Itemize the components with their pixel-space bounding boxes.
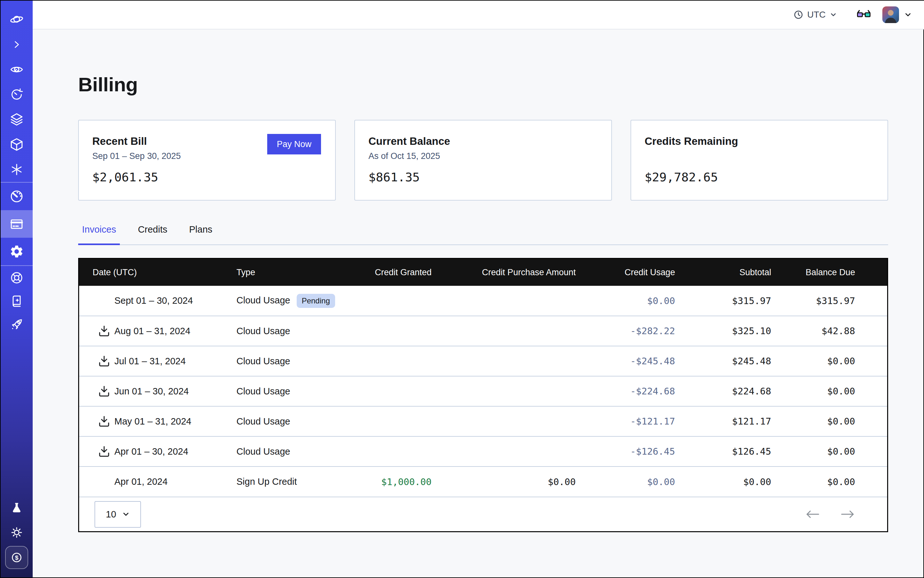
download-invoice-button[interactable] (97, 444, 111, 458)
credit-card-icon[interactable] (1, 210, 32, 238)
timezone-dropdown[interactable]: UTC (794, 10, 837, 20)
flask-icon[interactable] (1, 496, 32, 520)
credits-remaining-amount: $29,782.65 (645, 170, 874, 184)
cell-date: May 01 – 31, 2024 (79, 406, 236, 437)
cell-subtotal: $0.00 (691, 466, 787, 497)
invoice-date: May 01 – 31, 2024 (114, 416, 191, 427)
cell-type: Cloud Usage (236, 437, 358, 466)
cell-date: Aug 01 – 31, 2024 (79, 316, 236, 346)
cell-credit-purchase (448, 316, 592, 346)
user-menu-chevron-down-icon[interactable] (904, 11, 912, 19)
avatar[interactable] (882, 6, 899, 23)
cube-icon[interactable] (1, 132, 32, 157)
asterisk-icon[interactable] (1, 157, 32, 182)
cell-balance-due: $0.00 (787, 346, 887, 376)
cell-credit-purchase (448, 376, 592, 406)
cell-credit-granted (358, 316, 448, 346)
cell-date: Apr 01 – 30, 2024 (79, 437, 236, 466)
cell-credit-purchase (448, 346, 592, 376)
cell-type: Cloud Usage (236, 316, 358, 346)
planet-logo-icon[interactable] (1, 7, 32, 32)
column-header: Balance Due (787, 259, 887, 286)
cell-credit-usage: $0.00 (592, 466, 691, 497)
sidebar-section-top (1, 1, 32, 182)
download-invoice-button[interactable] (97, 354, 111, 368)
invoice-date: Jun 01 – 30, 2024 (114, 386, 189, 397)
tab-plans[interactable]: Plans (185, 224, 216, 244)
sidebar-section-bottom: $ (1, 496, 32, 577)
page-title: Billing (78, 74, 888, 95)
glasses-icon[interactable] (857, 10, 871, 19)
summary-cards: Recent Bill Sep 01 – Sep 30, 2025 $2,061… (78, 120, 888, 201)
cell-type: Cloud Usage (236, 346, 358, 376)
main-area: UTC Billing Recent Bill Sep 01 – Sep 30, (32, 1, 924, 577)
cell-balance-due: $42.88 (787, 316, 887, 346)
book-icon[interactable] (1, 289, 32, 313)
cell-subtotal: $245.48 (691, 346, 787, 376)
dollar-badge-icon[interactable]: $ (5, 546, 28, 569)
previous-page-button[interactable] (805, 510, 820, 519)
cell-date: Jul 01 – 31, 2024 (79, 346, 236, 376)
cell-subtotal: $325.10 (691, 316, 787, 346)
cell-type: Sign Up Credit (236, 466, 358, 497)
cell-balance-due: $0.00 (787, 466, 887, 497)
chevron-down-icon (830, 11, 837, 18)
eye-icon[interactable] (1, 57, 32, 82)
cell-type: Cloud Usage (236, 406, 358, 437)
sidebar: $ (1, 1, 32, 577)
download-invoice-button[interactable] (97, 324, 111, 338)
cell-balance-due: $315.97 (787, 286, 887, 316)
gear-icon[interactable] (1, 238, 32, 265)
cell-date: Apr 01, 2024 (79, 466, 236, 497)
invoices-table: Date (UTC)TypeCredit GrantedCredit Purch… (78, 258, 888, 532)
invoice-type: Sign Up Credit (236, 476, 297, 487)
cell-credit-granted (358, 437, 448, 466)
status-badge: Pending (297, 294, 335, 308)
gauge-icon[interactable] (1, 183, 32, 210)
lifebuoy-icon[interactable] (1, 266, 32, 289)
sidebar-section-help (1, 265, 32, 336)
cell-credit-usage: -$126.45 (592, 437, 691, 466)
tab-invoices[interactable]: Invoices (78, 224, 120, 244)
table-row: Aug 01 – 31, 2024Cloud Usage-$282.22$325… (79, 316, 887, 346)
layers-icon[interactable] (1, 107, 32, 132)
cell-date: Jun 01 – 30, 2024 (79, 376, 236, 406)
chevron-right-icon[interactable] (1, 32, 32, 57)
next-page-button[interactable] (840, 510, 855, 519)
cell-credit-usage: -$282.22 (592, 316, 691, 346)
table-row: Sept 01 – 30, 2024Cloud UsagePending$0.0… (79, 286, 887, 316)
cell-credit-purchase (448, 406, 592, 437)
tab-credits[interactable]: Credits (134, 224, 171, 244)
page-size-select[interactable]: 10 (94, 501, 141, 528)
card-subtitle (645, 151, 874, 161)
cell-credit-usage: $0.00 (592, 286, 691, 316)
invoice-table-body: Sept 01 – 30, 2024Cloud UsagePending$0.0… (79, 286, 887, 497)
cell-subtotal: $121.17 (691, 406, 787, 437)
invoice-type: Cloud Usage (236, 416, 290, 427)
download-invoice-button[interactable] (97, 384, 111, 398)
invoice-date: Apr 01, 2024 (114, 476, 167, 487)
download-invoice-button[interactable] (97, 414, 111, 429)
cell-credit-purchase (448, 437, 592, 466)
rocket-icon[interactable] (1, 313, 32, 336)
column-header: Type (236, 259, 358, 286)
download-icon (98, 325, 110, 338)
timer-icon[interactable] (1, 82, 32, 107)
recent-bill-card: Recent Bill Sep 01 – Sep 30, 2025 $2,061… (78, 120, 336, 201)
content: Billing Recent Bill Sep 01 – Sep 30, 202… (32, 29, 924, 577)
sun-icon[interactable] (1, 520, 32, 545)
recent-bill-amount: $2,061.35 (92, 170, 321, 184)
cell-balance-due: $0.00 (787, 437, 887, 466)
page-size-value: 10 (106, 509, 116, 520)
invoice-type: Cloud Usage (236, 446, 290, 456)
cell-credit-granted: $1,000.00 (358, 466, 448, 497)
pay-now-button[interactable]: Pay Now (267, 134, 321, 154)
column-header: Date (UTC) (79, 259, 236, 286)
chevron-down-icon (122, 510, 130, 518)
download-icon (98, 385, 110, 398)
sidebar-section-account (1, 182, 32, 265)
cell-type: Cloud UsagePending (236, 286, 358, 316)
cell-credit-usage: -$224.68 (592, 376, 691, 406)
table-row: May 01 – 31, 2024Cloud Usage-$121.17$121… (79, 406, 887, 437)
timezone-label: UTC (807, 10, 826, 20)
